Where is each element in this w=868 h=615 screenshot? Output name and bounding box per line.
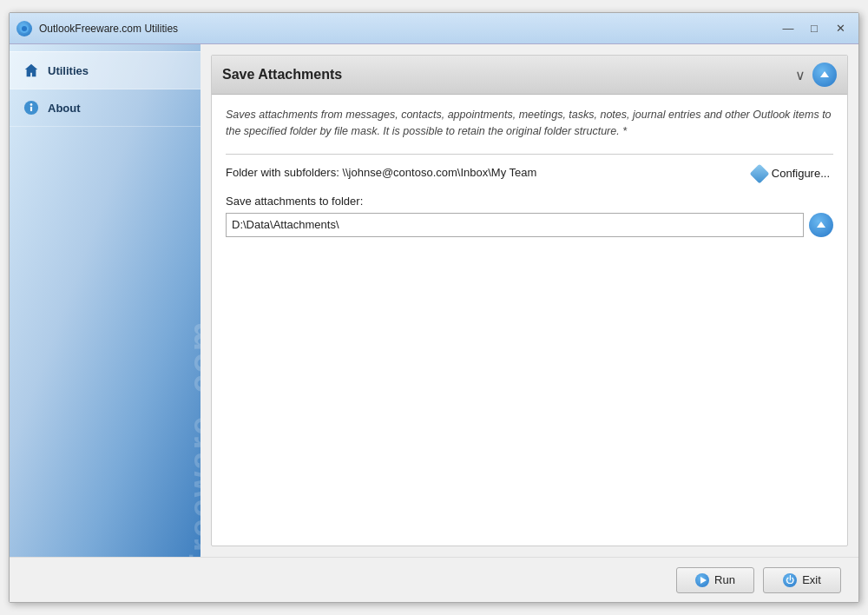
sidebar-about-label: About xyxy=(48,102,81,115)
main-area: Utilities About Outlook Freeware .com xyxy=(10,44,858,557)
exit-icon: ⏻ xyxy=(783,573,797,587)
card-title: Save Attachments xyxy=(222,67,795,83)
diamond-icon xyxy=(749,163,769,183)
folder-input-row xyxy=(226,213,833,237)
title-bar: OutlookFreeware.com Utilities — □ ✕ xyxy=(10,13,858,44)
divider xyxy=(226,154,833,155)
card-description: Saves attachments from messages, contact… xyxy=(226,107,833,140)
close-button[interactable]: ✕ xyxy=(829,19,852,38)
svg-point-1 xyxy=(22,26,27,31)
maximize-button[interactable]: □ xyxy=(803,19,825,38)
sidebar-nav: Utilities About xyxy=(10,44,201,134)
main-window: OutlookFreeware.com Utilities — □ ✕ Util… xyxy=(9,12,859,603)
svg-marker-6 xyxy=(817,222,825,228)
svg-marker-5 xyxy=(820,71,829,77)
run-button[interactable]: Run xyxy=(676,567,754,593)
run-label: Run xyxy=(714,573,735,586)
card-header-up-button[interactable] xyxy=(812,63,837,87)
content-panel: Save Attachments ∨ Saves attachments fro… xyxy=(201,44,858,557)
home-icon xyxy=(22,61,41,80)
folder-row: Folder with subfolders: \\johnse@contoso… xyxy=(226,165,833,182)
save-folder-label: Save attachments to folder: xyxy=(226,195,833,208)
sidebar-watermark: Outlook Freeware .com xyxy=(183,320,201,557)
exit-label: Exit xyxy=(802,573,821,586)
minimize-button[interactable]: — xyxy=(777,19,799,38)
exit-button[interactable]: ⏻ Exit xyxy=(763,567,841,593)
sidebar: Utilities About Outlook Freeware .com xyxy=(10,44,201,557)
window-title: OutlookFreeware.com Utilities xyxy=(39,23,777,35)
info-icon xyxy=(22,98,41,117)
run-icon xyxy=(695,573,709,587)
configure-label: Configure... xyxy=(772,167,830,180)
sidebar-item-utilities[interactable]: Utilities xyxy=(10,51,201,89)
window-controls: — □ ✕ xyxy=(777,19,852,38)
card-body: Saves attachments from messages, contact… xyxy=(212,95,847,546)
footer: Run ⏻ Exit xyxy=(10,557,858,602)
configure-button[interactable]: Configure... xyxy=(749,165,833,182)
save-folder-input[interactable] xyxy=(226,213,804,237)
card: Save Attachments ∨ Saves attachments fro… xyxy=(211,55,848,546)
save-folder-section: Save attachments to folder: xyxy=(226,195,833,237)
svg-point-3 xyxy=(30,103,33,106)
folder-with-subfolders-text: Folder with subfolders: \\johnse@contoso… xyxy=(226,165,739,181)
folder-browse-button[interactable] xyxy=(809,213,833,237)
svg-rect-4 xyxy=(30,107,32,111)
sidebar-item-about[interactable]: About xyxy=(10,89,201,127)
card-header: Save Attachments ∨ xyxy=(212,56,847,95)
sidebar-utilities-label: Utilities xyxy=(48,64,89,77)
app-icon xyxy=(16,21,32,36)
chevron-down-icon: ∨ xyxy=(795,67,806,83)
